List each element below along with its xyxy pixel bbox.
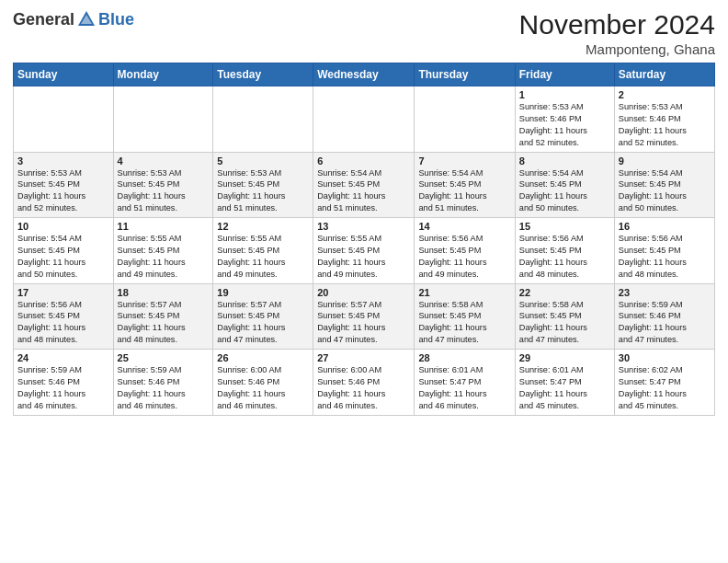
day-info: Sunrise: 5:57 AM Sunset: 5:45 PM Dayligh…: [217, 299, 309, 347]
day-info: Sunrise: 5:55 AM Sunset: 5:45 PM Dayligh…: [217, 233, 309, 281]
calendar-cell: 26Sunrise: 6:00 AM Sunset: 5:46 PM Dayli…: [213, 350, 313, 416]
calendar-cell: 21Sunrise: 5:58 AM Sunset: 5:45 PM Dayli…: [415, 283, 515, 350]
day-info: Sunrise: 5:58 AM Sunset: 5:45 PM Dayligh…: [519, 299, 610, 347]
calendar-cell: 27Sunrise: 6:00 AM Sunset: 5:46 PM Dayli…: [313, 350, 415, 416]
day-info: Sunrise: 5:54 AM Sunset: 5:45 PM Dayligh…: [17, 233, 109, 281]
day-number: 22: [519, 287, 610, 298]
day-number: 20: [317, 287, 410, 298]
day-number: 6: [317, 155, 410, 167]
day-info: Sunrise: 5:59 AM Sunset: 5:46 PM Dayligh…: [17, 364, 109, 412]
calendar-cell: 9Sunrise: 5:54 AM Sunset: 5:45 PM Daylig…: [614, 152, 714, 218]
calendar-cell: 6Sunrise: 5:54 AM Sunset: 5:45 PM Daylig…: [313, 152, 415, 218]
calendar-cell: 25Sunrise: 5:59 AM Sunset: 5:46 PM Dayli…: [113, 350, 213, 416]
calendar-week-row: 10Sunrise: 5:54 AM Sunset: 5:45 PM Dayli…: [14, 218, 715, 284]
logo-icon: [76, 9, 97, 29]
day-info: Sunrise: 6:00 AM Sunset: 5:46 PM Dayligh…: [317, 364, 410, 412]
day-number: 28: [418, 352, 510, 363]
calendar-cell: 20Sunrise: 5:57 AM Sunset: 5:45 PM Dayli…: [313, 283, 415, 350]
calendar-cell: 5Sunrise: 5:53 AM Sunset: 5:45 PM Daylig…: [213, 152, 313, 218]
day-number: 27: [317, 352, 410, 363]
day-number: 13: [317, 221, 410, 232]
day-info: Sunrise: 5:55 AM Sunset: 5:45 PM Dayligh…: [317, 233, 410, 281]
logo-general-text: General: [13, 10, 74, 29]
calendar-header-row: SundayMondayTuesdayWednesdayThursdayFrid…: [14, 63, 715, 86]
day-number: 16: [619, 221, 711, 232]
calendar-cell: 29Sunrise: 6:01 AM Sunset: 5:47 PM Dayli…: [515, 350, 614, 416]
title-block: November 2024 Mamponteng, Ghana: [519, 9, 715, 57]
calendar-cell: 15Sunrise: 5:56 AM Sunset: 5:45 PM Dayli…: [515, 218, 614, 284]
day-number: 24: [17, 352, 109, 363]
calendar-cell: 2Sunrise: 5:53 AM Sunset: 5:46 PM Daylig…: [614, 86, 714, 153]
day-number: 3: [17, 155, 109, 167]
day-number: 26: [217, 352, 309, 363]
weekday-header: Wednesday: [313, 63, 415, 86]
day-number: 8: [519, 155, 610, 167]
calendar-week-row: 17Sunrise: 5:56 AM Sunset: 5:45 PM Dayli…: [14, 283, 715, 350]
day-info: Sunrise: 5:59 AM Sunset: 5:46 PM Dayligh…: [118, 364, 210, 412]
day-info: Sunrise: 6:02 AM Sunset: 5:47 PM Dayligh…: [619, 364, 711, 412]
day-number: 30: [619, 352, 711, 363]
day-number: 4: [118, 155, 210, 167]
day-number: 1: [519, 89, 610, 100]
day-number: 12: [217, 221, 309, 232]
calendar-cell: 7Sunrise: 5:54 AM Sunset: 5:45 PM Daylig…: [415, 152, 515, 218]
day-number: 5: [217, 155, 309, 167]
weekday-header: Friday: [515, 63, 614, 86]
calendar-cell: 23Sunrise: 5:59 AM Sunset: 5:46 PM Dayli…: [614, 283, 714, 350]
calendar-cell: 11Sunrise: 5:55 AM Sunset: 5:45 PM Dayli…: [113, 218, 213, 284]
day-number: 14: [418, 221, 510, 232]
weekday-header: Sunday: [14, 63, 114, 86]
calendar-cell: 10Sunrise: 5:54 AM Sunset: 5:45 PM Dayli…: [14, 218, 114, 284]
day-info: Sunrise: 5:58 AM Sunset: 5:45 PM Dayligh…: [418, 299, 510, 347]
weekday-header: Tuesday: [213, 63, 313, 86]
calendar-cell: 1Sunrise: 5:53 AM Sunset: 5:46 PM Daylig…: [515, 86, 614, 153]
calendar-cell: 24Sunrise: 5:59 AM Sunset: 5:46 PM Dayli…: [14, 350, 114, 416]
day-info: Sunrise: 5:56 AM Sunset: 5:45 PM Dayligh…: [17, 299, 109, 347]
weekday-header: Saturday: [614, 63, 714, 86]
day-info: Sunrise: 5:57 AM Sunset: 5:45 PM Dayligh…: [118, 299, 210, 347]
calendar-cell: [313, 86, 415, 153]
day-number: 29: [519, 352, 610, 363]
calendar-cell: [113, 86, 213, 153]
calendar-cell: [415, 86, 515, 153]
day-number: 9: [619, 155, 711, 167]
day-info: Sunrise: 6:01 AM Sunset: 5:47 PM Dayligh…: [519, 364, 610, 412]
day-number: 7: [418, 155, 510, 167]
day-info: Sunrise: 6:01 AM Sunset: 5:47 PM Dayligh…: [418, 364, 510, 412]
calendar-cell: 22Sunrise: 5:58 AM Sunset: 5:45 PM Dayli…: [515, 283, 614, 350]
day-info: Sunrise: 5:53 AM Sunset: 5:45 PM Dayligh…: [118, 167, 210, 215]
calendar-cell: 17Sunrise: 5:56 AM Sunset: 5:45 PM Dayli…: [14, 283, 114, 350]
day-number: 25: [118, 352, 210, 363]
day-number: 2: [619, 89, 711, 100]
calendar-cell: 30Sunrise: 6:02 AM Sunset: 5:47 PM Dayli…: [614, 350, 714, 416]
day-number: 11: [118, 221, 210, 232]
day-number: 23: [619, 287, 711, 298]
calendar-table: SundayMondayTuesdayWednesdayThursdayFrid…: [13, 63, 715, 416]
calendar-cell: 28Sunrise: 6:01 AM Sunset: 5:47 PM Dayli…: [415, 350, 515, 416]
calendar-cell: [14, 86, 114, 153]
day-info: Sunrise: 5:54 AM Sunset: 5:45 PM Dayligh…: [317, 167, 410, 215]
day-number: 19: [217, 287, 309, 298]
day-info: Sunrise: 6:00 AM Sunset: 5:46 PM Dayligh…: [217, 364, 309, 412]
calendar-cell: 13Sunrise: 5:55 AM Sunset: 5:45 PM Dayli…: [313, 218, 415, 284]
day-info: Sunrise: 5:53 AM Sunset: 5:46 PM Dayligh…: [519, 101, 610, 149]
calendar-week-row: 3Sunrise: 5:53 AM Sunset: 5:45 PM Daylig…: [14, 152, 715, 218]
day-info: Sunrise: 5:54 AM Sunset: 5:45 PM Dayligh…: [418, 167, 510, 215]
calendar-cell: 3Sunrise: 5:53 AM Sunset: 5:45 PM Daylig…: [14, 152, 114, 218]
day-info: Sunrise: 5:57 AM Sunset: 5:45 PM Dayligh…: [317, 299, 410, 347]
calendar-week-row: 1Sunrise: 5:53 AM Sunset: 5:46 PM Daylig…: [14, 86, 715, 153]
calendar-cell: 8Sunrise: 5:54 AM Sunset: 5:45 PM Daylig…: [515, 152, 614, 218]
day-number: 21: [418, 287, 510, 298]
page: General Blue November 2024 Mamponteng, G…: [0, 0, 728, 563]
calendar-cell: 4Sunrise: 5:53 AM Sunset: 5:45 PM Daylig…: [113, 152, 213, 218]
calendar-cell: 16Sunrise: 5:56 AM Sunset: 5:45 PM Dayli…: [614, 218, 714, 284]
month-title: November 2024: [519, 9, 715, 40]
day-info: Sunrise: 5:54 AM Sunset: 5:45 PM Dayligh…: [619, 167, 711, 215]
day-info: Sunrise: 5:53 AM Sunset: 5:45 PM Dayligh…: [217, 167, 309, 215]
calendar-cell: 19Sunrise: 5:57 AM Sunset: 5:45 PM Dayli…: [213, 283, 313, 350]
day-info: Sunrise: 5:59 AM Sunset: 5:46 PM Dayligh…: [619, 299, 711, 347]
header: General Blue November 2024 Mamponteng, G…: [13, 9, 715, 57]
calendar-cell: 12Sunrise: 5:55 AM Sunset: 5:45 PM Dayli…: [213, 218, 313, 284]
day-info: Sunrise: 5:56 AM Sunset: 5:45 PM Dayligh…: [418, 233, 510, 281]
calendar-cell: [213, 86, 313, 153]
